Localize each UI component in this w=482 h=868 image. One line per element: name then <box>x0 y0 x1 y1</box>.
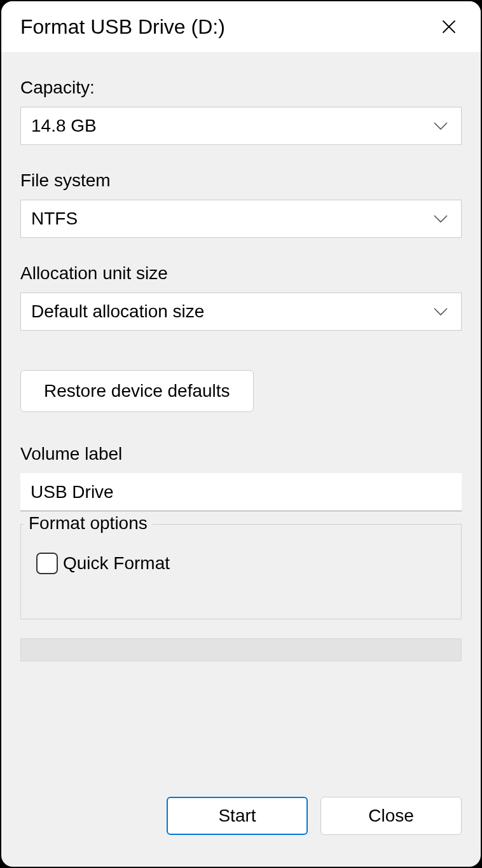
format-progress-bar <box>20 638 462 661</box>
start-button[interactable]: Start <box>167 797 308 835</box>
format-dialog-window: Format USB Drive (D:) Capacity: 14.8 GB … <box>1 1 481 867</box>
dialog-button-row: Start Close <box>20 771 462 848</box>
file-system-value: NTFS <box>31 209 78 229</box>
volume-label-input[interactable] <box>20 473 462 511</box>
volume-label-label: Volume label <box>20 444 462 464</box>
allocation-value: Default allocation size <box>31 301 204 322</box>
format-options-group: Format options Quick Format <box>20 524 462 619</box>
chevron-down-icon <box>433 307 448 316</box>
allocation-label: Allocation unit size <box>20 263 462 284</box>
file-system-label: File system <box>20 170 462 191</box>
dialog-content: Capacity: 14.8 GB File system NTFS Alloc… <box>1 52 481 867</box>
window-title: Format USB Drive (D:) <box>20 15 225 39</box>
quick-format-checkbox[interactable] <box>36 553 58 574</box>
quick-format-label: Quick Format <box>63 553 170 574</box>
close-window-button[interactable] <box>430 8 468 46</box>
close-button[interactable]: Close <box>320 797 462 835</box>
chevron-down-icon <box>433 121 448 130</box>
allocation-dropdown[interactable]: Default allocation size <box>20 293 462 331</box>
file-system-dropdown[interactable]: NTFS <box>20 200 462 238</box>
close-icon <box>441 19 457 34</box>
capacity-value: 14.8 GB <box>31 116 97 136</box>
capacity-dropdown[interactable]: 14.8 GB <box>20 107 462 145</box>
titlebar: Format USB Drive (D:) <box>1 1 481 52</box>
capacity-label: Capacity: <box>20 78 462 98</box>
quick-format-checkbox-row[interactable]: Quick Format <box>34 553 448 574</box>
restore-defaults-button[interactable]: Restore device defaults <box>20 370 254 412</box>
chevron-down-icon <box>433 214 448 223</box>
format-options-legend: Format options <box>24 513 153 534</box>
